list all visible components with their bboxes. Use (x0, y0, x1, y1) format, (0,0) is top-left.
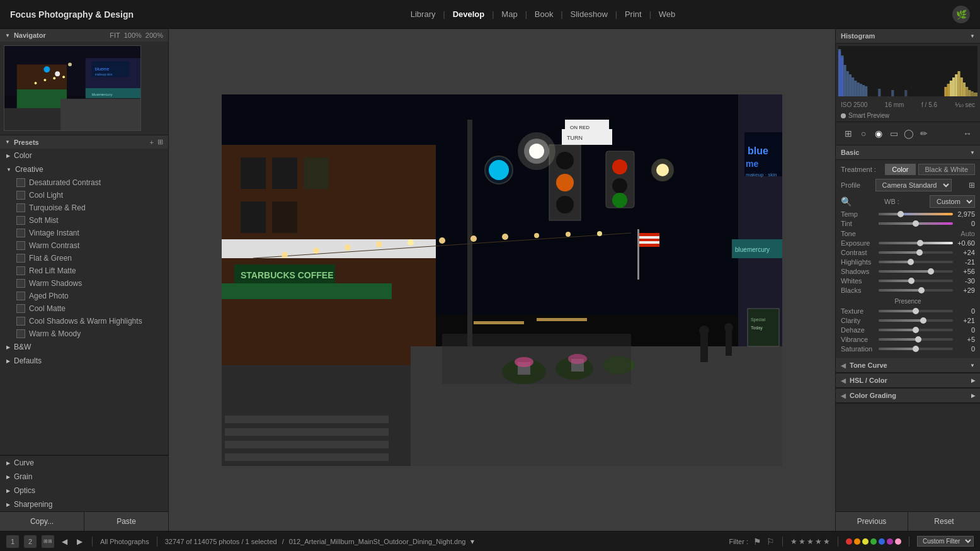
tone-curve-header[interactable]: ◀ Tone Curve ▼ (836, 358, 980, 373)
preset-item-coollicht[interactable]: Cool Light (0, 189, 168, 202)
dehaze-value[interactable]: 0 (953, 326, 975, 334)
texture-thumb[interactable] (913, 308, 919, 314)
custom-filter-select[interactable]: Custom Filter (917, 536, 974, 547)
view-compare-btn[interactable]: ⊞⊞ (42, 535, 54, 548)
color-grading-header[interactable]: ◀ Color Grading ▶ (836, 389, 980, 403)
preset-item-redlift[interactable]: Red Lift Matte (0, 264, 168, 277)
preset-item-turquoise[interactable]: Turquoise & Red (0, 202, 168, 214)
preset-item-softmist[interactable]: Soft Mist (0, 214, 168, 227)
next-photo-btn[interactable]: ▶ (74, 537, 84, 547)
copy-button[interactable]: Copy... (0, 512, 84, 531)
whites-slider-track[interactable] (879, 280, 953, 282)
whites-thumb[interactable] (908, 278, 914, 284)
preset-section-color-header[interactable]: ▶ Color (0, 149, 168, 162)
sharpening-header[interactable]: ▶ Sharpening (0, 497, 168, 511)
blacks-thumb[interactable] (918, 287, 925, 293)
preset-item-flat-green[interactable]: Flat & Green (0, 252, 168, 264)
presets-grid-icon[interactable]: ⊞ (157, 138, 163, 146)
preset-item-aged[interactable]: Aged Photo (0, 290, 168, 302)
nav-zoom1[interactable]: 100% (124, 31, 142, 39)
temp-slider-track[interactable] (879, 213, 953, 215)
redeye-tool[interactable]: ◉ (871, 126, 886, 141)
nav-web[interactable]: Web (654, 7, 681, 21)
shadows-slider-track[interactable] (879, 270, 953, 273)
clarity-thumb[interactable] (920, 317, 926, 324)
previous-button[interactable]: Previous (836, 512, 908, 531)
temp-thumb[interactable] (897, 211, 904, 217)
identity-plate-icon[interactable]: 🌿 (952, 6, 970, 23)
auto-button[interactable]: Auto (960, 230, 975, 237)
star-2[interactable]: ★ (799, 537, 806, 546)
curve-header[interactable]: ▶ Curve (0, 456, 168, 470)
tint-slider-track[interactable] (879, 222, 953, 225)
presets-header[interactable]: ▼ Presets + ⊞ (0, 135, 168, 149)
basic-section-header[interactable]: Basic ▼ (836, 145, 980, 160)
star-1[interactable]: ★ (790, 537, 797, 546)
tint-value[interactable]: 0 (953, 220, 975, 227)
adjustment-brush-tool[interactable]: ✏ (916, 126, 932, 141)
radial-filter-tool[interactable]: ◯ (901, 126, 916, 141)
paste-button[interactable]: Paste (84, 512, 168, 531)
texture-slider-track[interactable] (879, 310, 953, 312)
contrast-slider-track[interactable] (879, 251, 953, 254)
tint-thumb[interactable] (913, 220, 919, 227)
prev-photo-btn[interactable]: ◀ (59, 537, 69, 547)
color-label-orange[interactable] (854, 538, 860, 545)
bw-treatment-btn[interactable]: Black & White (918, 164, 975, 175)
clarity-slider-track[interactable] (879, 319, 953, 322)
saturation-value[interactable]: 0 (953, 345, 975, 353)
crop-tool[interactable]: ⊞ (841, 126, 856, 141)
profile-grid-icon[interactable]: ⊞ (969, 181, 975, 190)
blacks-slider-track[interactable] (879, 289, 953, 292)
vibrance-slider-track[interactable] (879, 338, 953, 341)
highlights-slider-track[interactable] (879, 261, 953, 263)
preset-item-warm-contrast[interactable]: Warm Contrast (0, 239, 168, 252)
nav-library[interactable]: Library (406, 7, 441, 21)
color-label-red[interactable] (846, 538, 852, 545)
blacks-value[interactable]: +29 (953, 287, 975, 294)
color-label-pink[interactable] (895, 538, 901, 545)
star-3[interactable]: ★ (807, 537, 814, 546)
graduated-filter-tool[interactable]: ▭ (886, 126, 901, 141)
whites-value[interactable]: -30 (953, 277, 975, 285)
preset-item-warm-moody[interactable]: Warm & Moody (0, 327, 168, 340)
nav-develop[interactable]: Develop (448, 7, 490, 21)
profile-select[interactable]: Camera Standard (875, 179, 952, 191)
texture-value[interactable]: 0 (953, 307, 975, 315)
clarity-value[interactable]: +21 (953, 317, 975, 324)
preset-section-defaults-header[interactable]: ▶ Defaults (0, 354, 168, 368)
histogram-header[interactable]: Histogram ▼ (836, 29, 980, 43)
flag-icon[interactable]: ⚑ (753, 537, 761, 547)
color-label-green[interactable] (870, 538, 877, 545)
saturation-thumb[interactable] (913, 346, 919, 352)
exposure-value[interactable]: +0.60 (953, 239, 975, 247)
nav-zoom2[interactable]: 200% (145, 31, 163, 39)
highlights-value[interactable]: -21 (953, 258, 975, 266)
before-after-toggle[interactable]: ↔ (960, 126, 975, 141)
spot-removal-tool[interactable]: ○ (856, 126, 871, 141)
nav-fit[interactable]: FIT (110, 31, 120, 39)
nav-book[interactable]: Book (530, 7, 559, 21)
reset-button[interactable]: Reset (908, 512, 980, 531)
eyedropper-tool[interactable]: 🔍 (841, 196, 852, 207)
shadows-value[interactable]: +56 (953, 268, 975, 275)
optics-header[interactable]: ▶ Optics (0, 484, 168, 497)
contrast-value[interactable]: +24 (953, 249, 975, 256)
wb-select[interactable]: Custom (930, 195, 975, 208)
contrast-thumb[interactable] (916, 249, 923, 256)
exposure-thumb[interactable] (917, 240, 923, 246)
view-grid-btn[interactable]: 2 (24, 535, 37, 548)
star-4[interactable]: ★ (815, 537, 822, 546)
nav-slideshow[interactable]: Slideshow (566, 7, 613, 21)
highlights-thumb[interactable] (908, 259, 914, 265)
color-treatment-btn[interactable]: Color (885, 164, 915, 175)
star-5[interactable]: ★ (823, 537, 830, 546)
preset-section-bw-header[interactable]: ▶ B&W (0, 340, 168, 354)
view-single-btn[interactable]: 1 (6, 535, 19, 548)
vibrance-value[interactable]: +5 (953, 336, 975, 343)
nav-map[interactable]: Map (496, 7, 522, 21)
grain-header[interactable]: ▶ Grain (0, 470, 168, 484)
unflag-icon[interactable]: ⚐ (766, 537, 775, 547)
filename-dropdown[interactable]: ▾ (470, 537, 474, 546)
navigator-header[interactable]: ▼ Navigator FIT 100% 200% (0, 29, 168, 42)
